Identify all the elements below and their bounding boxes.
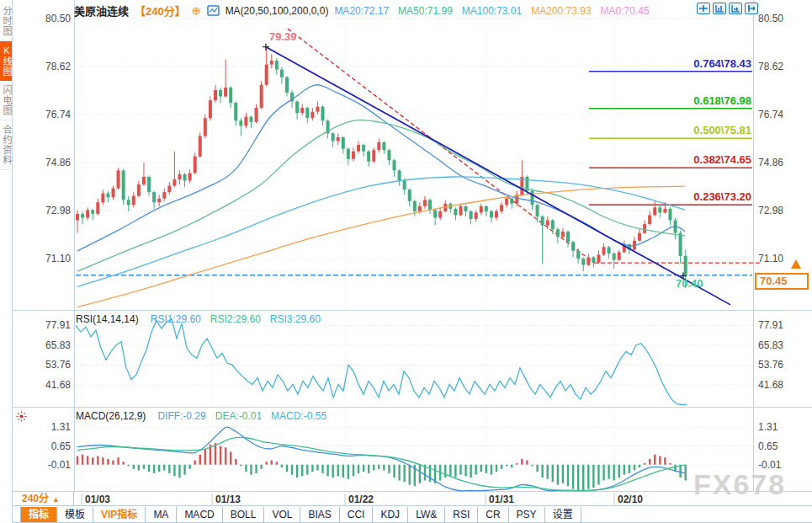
macd-value: MACD:-0.55 [271, 410, 326, 422]
fib-label: 0.382\74.65 [693, 153, 751, 166]
crosshair-icon[interactable] [697, 3, 710, 14]
sidebar: 分时图K线图闪电图合约资料 [0, 0, 13, 523]
toolbar-item[interactable]: CCI [340, 507, 374, 522]
chart-canvas: 01/0301/1301/2201/3102/1080.5080.5078.62… [0, 0, 812, 523]
window-controls [697, 3, 758, 14]
sidebar-tab[interactable]: 闪电图 [0, 81, 12, 120]
red-dashed-trendline[interactable] [288, 29, 594, 263]
symbol-title: 美原油连续 [74, 3, 129, 19]
macd-tick-right: 1.31 [758, 421, 778, 433]
sidebar-tab[interactable]: 合约资料 [0, 120, 12, 170]
rsi-panel-header: RSI(14,14,14) RSI1:29.60RSI2:29.60RSI3:2… [76, 313, 321, 325]
rsi-tick-right: 77.91 [758, 319, 783, 331]
toolbar-item[interactable]: 指标 [20, 507, 57, 522]
price-tick-right: 80.50 [758, 13, 783, 24]
toolbar-item[interactable]: CR [478, 507, 508, 522]
scale-price-axis-icon[interactable] [713, 3, 726, 14]
fib-label: 0.500\75.81 [693, 124, 751, 136]
price-tick-right: 74.86 [758, 157, 783, 168]
macd-tick-left: 0.65 [51, 440, 72, 452]
trading-app: 01/0301/1301/2201/3102/1080.5080.5078.62… [0, 0, 812, 523]
macd-values: DIFF:-0.29DEA:-0.01MACD:-0.55 [157, 410, 326, 422]
price-tick-left: 80.50 [45, 13, 71, 24]
pane-expand-icon[interactable] [745, 3, 758, 14]
rsi-value: RSI1:29.60 [151, 313, 201, 325]
toolbar-item[interactable]: 模板 [57, 507, 93, 522]
rsi-value: RSI2:29.60 [210, 313, 261, 325]
ma-line-ma20 [77, 85, 685, 251]
macd-tick-left: 1.31 [51, 421, 72, 433]
ma-value: MA100:73.01 [462, 5, 522, 17]
scale-time-axis-icon[interactable] [729, 3, 742, 14]
period-selector[interactable]: 【240分】 [135, 3, 186, 19]
rsi-values: RSI1:29.60RSI2:29.60RSI3:29.60 [151, 313, 321, 325]
toolbar-item[interactable]: BOLL [223, 507, 265, 522]
price-arrow-marker [791, 259, 801, 269]
rsi-tick-left: 65.83 [45, 339, 71, 351]
ma-indicator-label: MA(20,50,100,200,0,0) [226, 5, 329, 17]
price-tick-left: 74.86 [45, 157, 71, 168]
price-tick-left: 71.10 [45, 253, 71, 264]
toolbar-item[interactable]: RSI [445, 507, 478, 522]
toolbar-item[interactable]: LW& [408, 507, 445, 522]
rsi-line [76, 319, 687, 405]
macd-value: DIFF:-0.29 [157, 410, 205, 422]
toolbar-item[interactable]: MACD [177, 507, 222, 522]
macd-title: MACD(26,12,9) [76, 410, 146, 422]
price-tick-left: 78.62 [45, 61, 71, 72]
macd-dif-line [77, 427, 685, 491]
trendline-touch-price-label: 70.40 [676, 277, 703, 290]
chart-type-icon[interactable] [207, 5, 220, 16]
ma-values: MA20:72.17MA50:71.99MA100:73.01MA200:73.… [334, 5, 649, 17]
macd-value: DEA:-0.01 [215, 410, 262, 422]
ma-line-ma50 [77, 120, 685, 272]
period-label: 240分 [22, 493, 49, 504]
peak-price-label: 79.39 [269, 30, 297, 43]
candles [76, 47, 687, 288]
rsi-title: RSI(14,14,14) [76, 313, 139, 325]
link-icon[interactable]: ⊕ [192, 4, 201, 17]
time-axis-row: 240分▲ [0, 492, 812, 506]
rsi-tick-left: 53.76 [45, 359, 71, 371]
rsi-tick-right: 65.83 [758, 339, 783, 351]
toolbar-item[interactable]: BIAS [300, 507, 339, 522]
macd-histogram [77, 443, 686, 490]
toolbar-item[interactable]: VIP指标 [93, 507, 146, 522]
blue-trendline[interactable] [266, 47, 730, 305]
toolbar-item[interactable]: VOL [264, 507, 300, 522]
rsi-tick-right: 53.76 [758, 359, 783, 371]
price-tick-left: 76.74 [45, 109, 71, 120]
chart-header: 美原油连续 【240分】 ⊕ MA(20,50,100,200,0,0) MA2… [74, 3, 650, 19]
triangle-up-icon: ▲ [52, 495, 60, 504]
fibonacci-levels[interactable] [589, 72, 752, 205]
toolbar-item[interactable]: 设置 [545, 507, 581, 522]
price-tick-left: 72.98 [45, 205, 71, 216]
price-tick-right: 71.10 [758, 253, 783, 264]
trendline-handle[interactable] [263, 44, 269, 51]
last-price-tag: 70.45 [755, 273, 809, 290]
macd-tick-left: -0.01 [48, 459, 72, 471]
ma-value: MA0:70.45 [601, 5, 650, 17]
sidebar-tab[interactable]: K线图 [0, 41, 12, 81]
ma-value: MA50:71.99 [398, 5, 453, 17]
fib-label: 0.764\78.43 [693, 57, 751, 70]
rsi-tick-left: 41.68 [45, 379, 71, 391]
price-tick-right: 72.98 [758, 205, 783, 216]
macd-panel-header: MACD(26,12,9) DIFF:-0.29DEA:-0.01MACD:-0… [76, 410, 326, 422]
fib-label: 0.618\76.98 [693, 94, 751, 107]
fib-label: 0.236\73.20 [693, 190, 751, 203]
sidebar-tab[interactable]: 分时图 [0, 2, 12, 41]
ma-lines [77, 85, 685, 307]
toolbar-item[interactable]: MA [146, 507, 177, 522]
ma-line-ma200 [77, 186, 685, 307]
toolbar-item[interactable]: PSY [509, 507, 545, 522]
rsi-value: RSI3:29.60 [270, 313, 321, 325]
price-tick-right: 78.62 [758, 61, 783, 72]
ma-value: MA200:73.93 [531, 5, 591, 17]
indicator-toolbar: 指标模板VIP指标MAMACDBOLLVOLBIASCCIKDJLW&RSICR… [0, 507, 812, 523]
price-tick-right: 76.74 [758, 109, 783, 120]
ma-line-ma100 [77, 177, 685, 286]
rsi-tick-left: 77.91 [45, 319, 71, 331]
toolbar-item[interactable]: KDJ [373, 507, 408, 522]
indicator-settings-icon[interactable] [16, 410, 27, 425]
